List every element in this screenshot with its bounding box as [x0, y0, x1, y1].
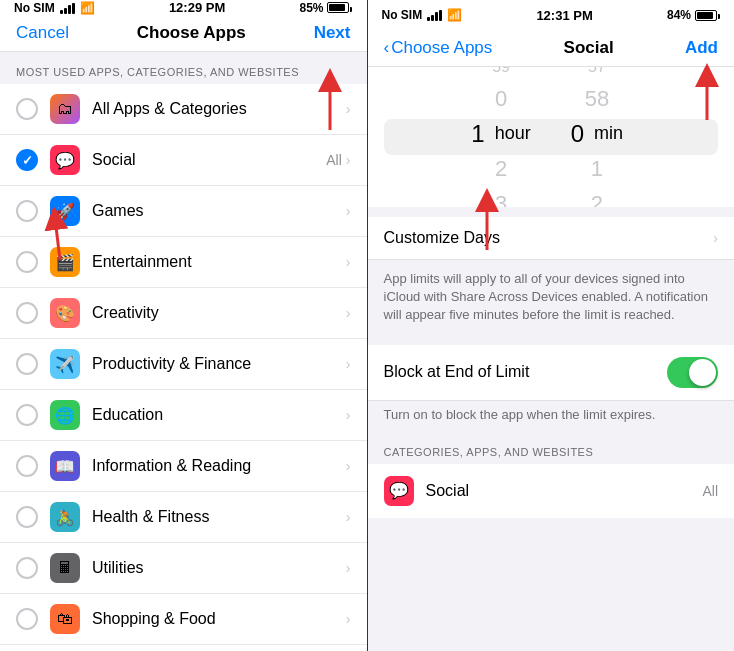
- picker-columns: 59 0 1 hour 2 3: [368, 67, 735, 207]
- fitness-icon: 🚴: [50, 502, 80, 532]
- item-label-games: Games: [92, 202, 346, 220]
- left-wifi-icon: 📶: [80, 1, 95, 15]
- productivity-icon: ✈️: [50, 349, 80, 379]
- entertainment-icon: 🎬: [50, 247, 80, 277]
- back-button[interactable]: ‹ Choose Apps: [384, 38, 493, 58]
- picker-selected-hours: 1 hour: [471, 116, 530, 151]
- checkbox-social[interactable]: [16, 149, 38, 171]
- checkbox-entertainment[interactable]: [16, 251, 38, 273]
- time-picker[interactable]: 59 0 1 hour 2 3: [368, 67, 735, 207]
- item-label: All Apps & Categories: [92, 100, 346, 118]
- list-item-travel[interactable]: 🌴 Travel ›: [0, 645, 367, 651]
- picker-item: 1: [571, 151, 623, 186]
- item-label-social: Social: [92, 151, 326, 169]
- list-item-entertainment[interactable]: 🎬 Entertainment ›: [0, 237, 367, 288]
- left-status-bar: No SIM 📶 12:29 PM 85%: [0, 0, 367, 15]
- list-item-utilities[interactable]: 🖩 Utilities ›: [0, 543, 367, 594]
- left-nav-title: Choose Apps: [137, 23, 246, 43]
- social-category-label: Social: [426, 482, 703, 500]
- social-category-row[interactable]: 💬 Social All: [368, 464, 735, 518]
- chevron-icon: ›: [346, 407, 351, 423]
- checkbox-shopping[interactable]: [16, 608, 38, 630]
- block-label: Block at End of Limit: [384, 363, 668, 381]
- picker-item: 2: [471, 151, 530, 186]
- list-item-fitness[interactable]: 🚴 Health & Fitness ›: [0, 492, 367, 543]
- picker-item: 59: [471, 67, 530, 81]
- minutes-picker-col[interactable]: 57 58 0 min 1 2: [551, 67, 734, 207]
- education-icon: 🌐: [50, 400, 80, 430]
- picker-item: 2: [571, 186, 623, 207]
- checkbox-creativity[interactable]: [16, 302, 38, 324]
- chevron-icon: ›: [346, 611, 351, 627]
- customize-days-row[interactable]: Customize Days ›: [368, 217, 735, 260]
- checkbox-information[interactable]: [16, 455, 38, 477]
- information-icon: 📖: [50, 451, 80, 481]
- categories-label: CATEGORIES, APPS, AND WEBSITES: [368, 432, 735, 464]
- list-item-productivity[interactable]: ✈️ Productivity & Finance ›: [0, 339, 367, 390]
- list-item-shopping[interactable]: 🛍 Shopping & Food ›: [0, 594, 367, 645]
- picker-item: 0: [471, 81, 530, 116]
- battery-icon: [327, 2, 352, 13]
- checkbox-education[interactable]: [16, 404, 38, 426]
- shopping-icon: 🛍: [50, 604, 80, 634]
- left-nav-bar: Cancel Choose Apps Next: [0, 15, 367, 52]
- cancel-button[interactable]: Cancel: [16, 23, 69, 43]
- add-button[interactable]: Add: [685, 38, 718, 58]
- chevron-icon: ›: [346, 356, 351, 372]
- games-icon: 🚀: [50, 196, 80, 226]
- left-battery-pct: 85%: [299, 1, 323, 15]
- info-text: App limits will apply to all of your dev…: [368, 260, 735, 335]
- chevron-icon: ›: [346, 305, 351, 321]
- item-label-utilities: Utilities: [92, 559, 346, 577]
- right-wifi-icon: 📶: [447, 8, 462, 22]
- block-toggle-row[interactable]: Block at End of Limit: [368, 345, 735, 401]
- signal-bars: [60, 2, 75, 14]
- chevron-icon: ›: [346, 101, 351, 117]
- right-carrier: No SIM: [382, 8, 423, 22]
- chevron-icon: ›: [346, 203, 351, 219]
- list-item-games[interactable]: 🚀 Games ›: [0, 186, 367, 237]
- right-screen: No SIM 📶 12:31 PM 84%: [368, 0, 735, 651]
- back-label: Choose Apps: [391, 38, 492, 58]
- list-item-information[interactable]: 📖 Information & Reading ›: [0, 441, 367, 492]
- checkbox-utilities[interactable]: [16, 557, 38, 579]
- chevron-icon: ›: [346, 254, 351, 270]
- picker-selected-minutes: 0 min: [571, 116, 623, 151]
- utilities-icon: 🖩: [50, 553, 80, 583]
- right-signal-bars: [427, 9, 442, 21]
- item-label-creativity: Creativity: [92, 304, 346, 322]
- left-time: 12:29 PM: [169, 0, 225, 15]
- customize-days-label: Customize Days: [384, 229, 714, 247]
- list-item[interactable]: 🗂 All Apps & Categories ›: [0, 84, 367, 135]
- chevron-icon: ›: [346, 152, 351, 168]
- item-label-shopping: Shopping & Food: [92, 610, 346, 628]
- chevron-icon: ›: [346, 458, 351, 474]
- item-label-entertainment: Entertainment: [92, 253, 346, 271]
- right-nav-title: Social: [564, 38, 614, 58]
- chevron-icon: ›: [346, 509, 351, 525]
- right-time: 12:31 PM: [536, 8, 592, 23]
- creativity-icon: 🎨: [50, 298, 80, 328]
- list-item-creativity[interactable]: 🎨 Creativity ›: [0, 288, 367, 339]
- checkbox-games[interactable]: [16, 200, 38, 222]
- toggle-knob: [689, 359, 716, 386]
- social-all-label: All: [702, 483, 718, 499]
- next-button[interactable]: Next: [314, 23, 351, 43]
- picker-item: 58: [571, 81, 623, 116]
- customize-chevron-icon: ›: [713, 230, 718, 246]
- right-battery-pct: 84%: [667, 8, 691, 22]
- item-label-fitness: Health & Fitness: [92, 508, 346, 526]
- list-item-education[interactable]: 🌐 Education ›: [0, 390, 367, 441]
- right-battery-icon: [695, 10, 720, 21]
- list-item-social[interactable]: 💬 Social All ›: [0, 135, 367, 186]
- checkbox-all-apps[interactable]: [16, 98, 38, 120]
- social-category-icon: 💬: [384, 476, 414, 506]
- chevron-icon: ›: [346, 560, 351, 576]
- checkbox-productivity[interactable]: [16, 353, 38, 375]
- checkbox-fitness[interactable]: [16, 506, 38, 528]
- hours-picker-col[interactable]: 59 0 1 hour 2 3: [368, 67, 551, 207]
- block-toggle[interactable]: [667, 357, 718, 388]
- apps-list: 🗂 All Apps & Categories › 💬 Social All ›…: [0, 84, 367, 651]
- social-icon: 💬: [50, 145, 80, 175]
- back-chevron-icon: ‹: [384, 38, 390, 58]
